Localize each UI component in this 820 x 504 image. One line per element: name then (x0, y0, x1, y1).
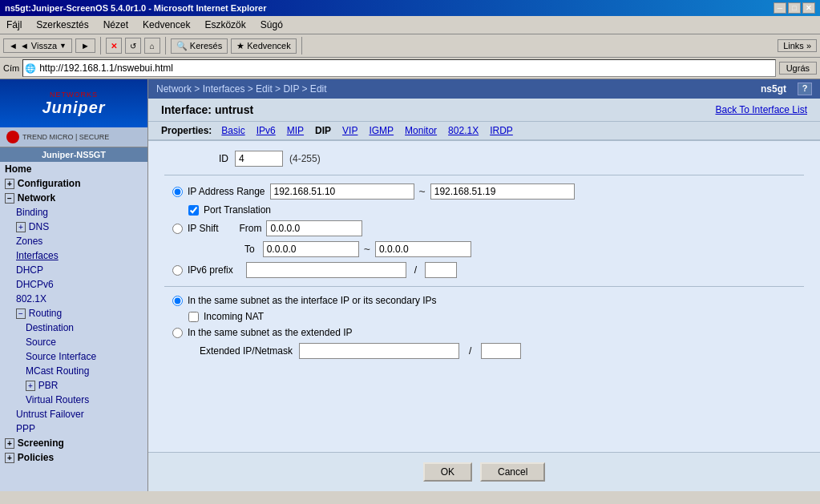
id-range: (4-255) (289, 153, 321, 164)
sidebar-item-mcast[interactable]: MCast Routing (0, 364, 147, 378)
tab-igmp[interactable]: IGMP (364, 125, 398, 136)
chevron-down-icon: ▼ (59, 42, 67, 50)
menu-file[interactable]: Fájl (3, 18, 25, 32)
separator3 (301, 37, 302, 54)
slash-icon: / (414, 264, 417, 276)
minus-icon: − (5, 193, 14, 204)
tab-mip[interactable]: MIP (282, 125, 309, 136)
sidebar-item-source[interactable]: Source (0, 335, 147, 349)
sidebar-item-ppp[interactable]: PPP (0, 421, 147, 436)
sidebar-item-binding[interactable]: Binding (0, 205, 147, 220)
sidebar-item-source-interface[interactable]: Source Interface (0, 349, 147, 364)
from-input[interactable] (266, 220, 362, 236)
maximize-button[interactable]: □ (788, 2, 801, 14)
sidebar-item-screening[interactable]: + Screening (0, 436, 147, 450)
search-icon: 🔍 (176, 41, 188, 51)
address-input[interactable] (36, 60, 773, 76)
ipv6-prefix-radio[interactable] (172, 265, 183, 276)
to-end-input[interactable] (375, 241, 471, 257)
port-translation-label: Port Translation (204, 204, 271, 216)
tab-8021x[interactable]: 802.1X (443, 125, 483, 136)
sidebar-item-dhcpv6[interactable]: DHCPv6 (0, 277, 147, 292)
extended-ip-mask-input[interactable] (481, 343, 521, 359)
menu-view[interactable]: Nézet (100, 18, 131, 32)
same-subnet-radio[interactable] (172, 296, 183, 306)
sidebar-item-destination[interactable]: Destination (0, 321, 147, 335)
ipv6-prefix-num-input[interactable] (425, 262, 457, 278)
sidebar-item-virtual-routers[interactable]: Virtual Routers (0, 393, 147, 407)
sidebar-item-policies[interactable]: + Policies (0, 450, 147, 465)
incoming-nat-checkbox[interactable] (188, 312, 199, 322)
plus-icon-screening: + (5, 438, 14, 449)
sidebar-item-routing[interactable]: − Routing (0, 306, 147, 321)
ipv6-prefix-input[interactable] (246, 262, 406, 278)
sidebar-item-network[interactable]: − Network (0, 191, 147, 205)
search-button[interactable]: 🔍 Keresés (171, 38, 228, 54)
id-input[interactable] (235, 151, 283, 167)
sidebar-item-8021x[interactable]: 802.1X (0, 292, 147, 306)
menu-tools[interactable]: Eszközök (201, 18, 248, 32)
sidebar-item-untrust-failover[interactable]: Untrust Failover (0, 407, 147, 421)
close-button[interactable]: ✕ (802, 2, 815, 14)
tilde-icon2: ~ (364, 243, 370, 256)
port-translation-checkbox[interactable] (188, 205, 199, 216)
sidebar-item-configuration[interactable]: + Configuration (0, 176, 147, 191)
sidebar-item-dhcp[interactable]: DHCP (0, 263, 147, 277)
ipv6-prefix-label: IPv6 prefix (188, 264, 233, 276)
tab-ipv6[interactable]: IPv6 (252, 125, 281, 136)
content-area: Network > Interfaces > Edit > DIP > Edit… (148, 79, 820, 491)
sidebar-item-pbr[interactable]: + PBR (0, 378, 147, 393)
tab-basic[interactable]: Basic (216, 125, 249, 136)
tab-irdp[interactable]: IRDP (485, 125, 518, 136)
menu-bar: Fájl Szerkesztés Nézet Kedvencek Eszközö… (0, 16, 820, 34)
menu-edit[interactable]: Szerkesztés (33, 18, 91, 32)
extended-ip-row: Extended IP/Netmask / (164, 343, 804, 359)
ip-end-input[interactable] (430, 183, 575, 200)
links-button[interactable]: Links » (778, 39, 817, 52)
incoming-nat-row: Incoming NAT (164, 311, 804, 322)
from-label: From (239, 223, 261, 234)
stop-button[interactable]: ✕ (106, 38, 122, 54)
tab-dip[interactable]: DIP (310, 125, 336, 136)
go-button[interactable]: Ugrás (779, 62, 817, 75)
back-to-interface-list-link[interactable]: Back To Interface List (715, 104, 807, 115)
favorites-button[interactable]: ★ Kedvencek (231, 38, 296, 54)
sidebar-item-zones[interactable]: Zones (0, 234, 147, 248)
help-button[interactable]: ? (798, 83, 812, 95)
ip-shift-label: IP Shift (188, 223, 218, 234)
ip-shift-radio[interactable] (172, 224, 183, 234)
trend-bar: TREND MICRO | SECURE (0, 127, 147, 147)
ok-button[interactable]: OK (423, 462, 472, 482)
ip-shift-row: IP Shift From (164, 220, 804, 236)
minimize-button[interactable]: ─ (774, 2, 786, 14)
cancel-button[interactable]: Cancel (480, 462, 545, 482)
refresh-button[interactable]: ↺ (125, 38, 141, 54)
extended-subnet-label: In the same subnet as the extended IP (188, 327, 352, 338)
address-bar: Cím 🌐 Ugrás (0, 58, 820, 79)
tab-monitor[interactable]: Monitor (400, 125, 442, 136)
divider1 (164, 175, 804, 175)
menu-favorites[interactable]: Kedvencek (139, 18, 193, 32)
sidebar: NETWORKS Juniper TREND MICRO | SECURE Ju… (0, 79, 148, 491)
window-title: ns5gt:Juniper-ScreenOS 5.4.0r1.0 - Micro… (5, 3, 266, 13)
home-button[interactable]: ⌂ (144, 38, 160, 54)
browser-icon: 🌐 (25, 63, 36, 74)
window-controls: ─ □ ✕ (774, 2, 815, 14)
interface-title: Interface: untrust (161, 103, 253, 116)
same-subnet-label: In the same subnet as the interface IP o… (188, 295, 437, 306)
menu-help[interactable]: Súgó (257, 18, 286, 32)
forward-button[interactable]: ► (75, 38, 95, 53)
tab-vip[interactable]: VIP (337, 125, 362, 136)
plus-icon: + (5, 179, 14, 189)
to-start-input[interactable] (263, 241, 359, 257)
minus-icon-routing: − (16, 308, 26, 319)
back-button[interactable]: ◄ ◄ Vissza ▼ (3, 38, 72, 53)
extended-ip-input[interactable] (299, 343, 459, 359)
ip-start-input[interactable] (270, 183, 414, 200)
extended-ip-label: Extended IP/Netmask (172, 345, 293, 357)
sidebar-item-interfaces[interactable]: Interfaces (0, 248, 147, 263)
sidebar-item-dns[interactable]: + DNS (0, 220, 147, 234)
extended-subnet-radio[interactable] (172, 328, 183, 338)
ip-address-range-radio[interactable] (172, 187, 183, 197)
sidebar-item-home[interactable]: Home (0, 162, 147, 176)
